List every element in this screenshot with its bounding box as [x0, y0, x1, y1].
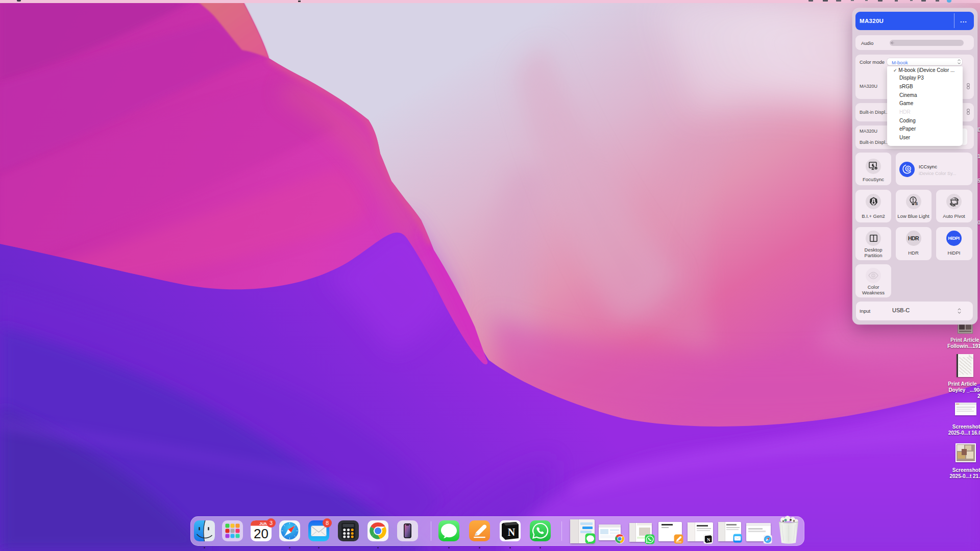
svg-text:N: N [508, 527, 516, 538]
svg-text:N: N [707, 537, 710, 542]
svg-text:B: B [915, 202, 918, 206]
svg-text:20: 20 [254, 526, 268, 541]
